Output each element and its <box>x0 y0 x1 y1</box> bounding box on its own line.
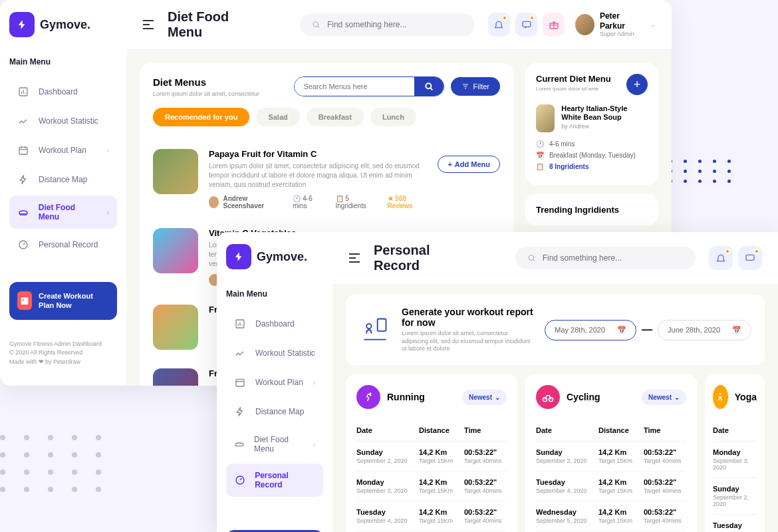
nav-distance-map[interactable]: Distance Map <box>9 166 117 193</box>
nav-personal-record[interactable]: Personal Record <box>9 231 117 258</box>
main-content: Personal Record Generate your workout re… <box>332 232 778 532</box>
info-ingredients[interactable]: 📋 8 Ingridients <box>536 163 648 170</box>
menu-toggle-icon[interactable] <box>142 20 154 29</box>
food-icon <box>234 438 245 450</box>
table-row: SundaySeptember 2, 202014,2 KmTarget 15K… <box>536 442 686 471</box>
trend-icon <box>17 115 29 127</box>
svg-rect-14 <box>746 255 754 260</box>
food-icon <box>17 206 29 218</box>
chart-icon <box>234 318 246 330</box>
logo[interactable]: Gymove. <box>9 12 117 37</box>
food-reviews: ★ 568 Reviews <box>388 195 428 209</box>
global-search[interactable] <box>300 13 475 36</box>
table-row: TuesdaySeptember 4, 202014,2 KmTarget 15… <box>356 501 507 531</box>
topbar: Diet Food Menu Peter Parkur Super Admin … <box>126 0 672 50</box>
nav-dashboard[interactable]: Dashboard <box>9 78 117 105</box>
nav-personal-record[interactable]: Personal Record <box>226 464 323 497</box>
search-icon <box>527 253 536 263</box>
menu-search-input[interactable] <box>295 77 414 96</box>
svg-point-20 <box>719 393 721 395</box>
table-row: TuesdaySeptember 4, 2020 <box>713 515 757 532</box>
menu-search[interactable] <box>294 76 444 96</box>
sidebar: Gymove. Main Menu Dashboard Workout Stat… <box>0 0 126 386</box>
bolt-icon <box>17 174 29 186</box>
food-image <box>153 228 198 273</box>
personal-record-window: Gymove. Main Menu Dashboard Workout Stat… <box>217 232 778 532</box>
page-title: Personal Record <box>374 243 475 273</box>
message-button[interactable] <box>738 246 762 270</box>
running-card: Running Newest ⌄ DateDistanceTime Sunday… <box>346 374 517 532</box>
table-row: SundaySeptember 2, 202014,2 KmTarget 15K… <box>356 442 507 471</box>
tab-recommended[interactable]: Recomended for you <box>153 108 249 126</box>
date-to[interactable]: June 28th, 2020📅 <box>658 320 751 340</box>
cycling-card: Cycling Newest ⌄ DateDistanceTime Sunday… <box>525 374 697 532</box>
sort-button[interactable]: Newest ⌄ <box>642 390 686 405</box>
nav-workout-stat[interactable]: Workout Statistic <box>9 108 117 134</box>
current-diet-card: Current Diet Menu Lorem ipsum dolor sit … <box>525 63 658 185</box>
food-image <box>153 368 198 386</box>
badge-dot <box>502 15 507 21</box>
svg-point-5 <box>313 22 318 27</box>
search-input[interactable] <box>327 20 463 29</box>
message-button[interactable] <box>515 13 537 37</box>
user-menu[interactable]: Peter Parkur Super Admin ⌄ <box>575 11 656 38</box>
gauge-icon <box>234 474 245 486</box>
filter-icon <box>461 82 469 90</box>
logo-icon <box>226 244 251 269</box>
tab-salad[interactable]: Salad <box>256 108 299 126</box>
tab-lunch[interactable]: Lunch <box>370 108 416 126</box>
logo[interactable]: Gymove. <box>226 244 323 269</box>
yoga-card: Yoga Date MondaySeptember 3, 2020 Sunday… <box>705 374 765 532</box>
logo-text: Gymove. <box>40 18 90 32</box>
nav-diet-food[interactable]: Diet Food Menu› <box>226 428 323 461</box>
chevron-right-icon: › <box>107 147 109 154</box>
table-row: WednesdaySeptember 5, 202014,2 KmTarget … <box>536 501 686 531</box>
calendar-icon <box>234 376 246 388</box>
nav-workout-plan[interactable]: Workout Plan› <box>226 369 323 396</box>
menu-search-button[interactable] <box>414 77 444 96</box>
footer-text: Gymove Fitness Admin Dashboard © 2020 Al… <box>9 340 117 367</box>
svg-rect-15 <box>378 319 386 331</box>
gift-button[interactable] <box>543 13 565 37</box>
add-button[interactable]: + <box>626 74 648 95</box>
report-icon <box>359 314 391 346</box>
table-row: MondaySeptember 3, 2020 <box>713 442 757 478</box>
chevron-right-icon: › <box>107 209 109 216</box>
notification-button[interactable] <box>488 13 510 37</box>
svg-rect-1 <box>19 147 27 154</box>
global-search[interactable] <box>515 247 696 269</box>
badge-dot <box>529 15 535 21</box>
menu-toggle-icon[interactable] <box>348 253 360 263</box>
info-meal: 📅 Breakfast (Monday, Tuesday) <box>536 152 648 159</box>
calendar-icon <box>17 144 29 156</box>
notification-button[interactable] <box>709 246 733 270</box>
nav-diet-food[interactable]: Diet Food Menu› <box>9 196 117 229</box>
svg-rect-4 <box>23 299 24 301</box>
logo-icon <box>9 12 35 37</box>
svg-point-13 <box>529 255 533 260</box>
add-menu-button[interactable]: + Add Menu <box>438 156 500 173</box>
create-workout-button[interactable]: Create Workout Plan Now <box>9 282 117 320</box>
svg-point-8 <box>426 83 431 88</box>
food-ingredients: 📋 5 Ingridients <box>336 195 376 209</box>
avatar <box>575 14 594 35</box>
nav-dashboard[interactable]: Dashboard <box>226 311 323 337</box>
food-author[interactable]: Andrew Sceenshaver <box>209 195 281 209</box>
trending-card: Trending Ingridients <box>525 194 658 225</box>
nav-distance-map[interactable]: Distance Map <box>226 398 323 425</box>
chevron-down-icon: ⌄ <box>674 394 680 401</box>
food-image <box>153 305 198 350</box>
filter-button[interactable]: Filter <box>451 77 500 96</box>
sort-button[interactable]: Newest ⌄ <box>462 390 507 405</box>
table-row: MondaySeptember 3, 202014,2 KmTarget 15K… <box>356 471 507 501</box>
tab-breakfast[interactable]: Breakfast <box>307 108 364 126</box>
calendar-icon: 📅 <box>617 326 626 334</box>
search-input[interactable] <box>543 253 684 263</box>
nav-workout-plan[interactable]: Workout Plan› <box>9 137 117 164</box>
date-from[interactable]: May 28th, 2020📅 <box>545 320 636 340</box>
nav-workout-stat[interactable]: Workout Statistic <box>226 340 323 366</box>
page-title: Diet Food Menu <box>168 9 260 40</box>
yoga-icon <box>713 385 728 409</box>
menu-label: Main Menu <box>9 57 117 66</box>
calendar-icon: 📅 <box>732 326 741 334</box>
